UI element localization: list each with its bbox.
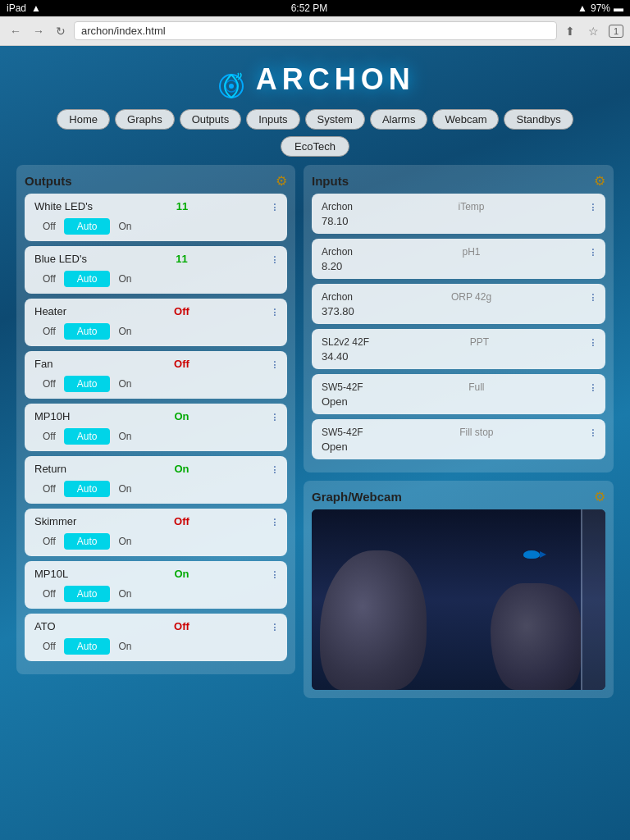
output-card-2: Heater Off ⫶ Off Auto On <box>25 299 287 346</box>
input-name-1: pH1 <box>463 246 481 258</box>
output-card-top-6: Skimmer Off ⫶ <box>34 515 277 528</box>
output-off-btn-8[interactable]: Off <box>34 638 64 655</box>
outputs-column: Outputs ⚙ White LED's 11 ⫶ Off Auto On B… <box>16 165 295 674</box>
nav-system[interactable]: System <box>305 109 365 130</box>
nav-alarms[interactable]: Alarms <box>370 109 427 130</box>
output-on-btn-6[interactable]: On <box>110 533 139 550</box>
input-filter-icon-1[interactable]: ⫶ <box>590 245 596 258</box>
nav-inputs[interactable]: Inputs <box>246 109 299 130</box>
url-bar[interactable] <box>74 21 557 40</box>
output-card-top-0: White LED's 11 ⫶ <box>34 200 277 213</box>
output-card-3: Fan Off ⫶ Off Auto On <box>25 351 287 399</box>
input-filter-icon-3[interactable]: ⫶ <box>590 336 596 349</box>
nav-standbys[interactable]: Standbys <box>504 109 573 130</box>
output-filter-icon-7[interactable]: ⫶ <box>272 568 277 581</box>
output-card-0: White LED's 11 ⫶ Off Auto On <box>25 194 287 241</box>
outputs-header: Outputs ⚙ <box>25 173 287 189</box>
nav-outputs[interactable]: Outputs <box>180 109 242 130</box>
svg-point-2 <box>229 84 234 89</box>
right-column: Inputs ⚙ Archon iTemp ⫶ 78.10 Archon pH1… <box>304 165 614 698</box>
output-auto-btn-3[interactable]: Auto <box>64 376 111 392</box>
output-auto-btn-1[interactable]: Auto <box>64 271 111 287</box>
output-filter-icon-2[interactable]: ⫶ <box>272 305 277 318</box>
input-source-0: Archon <box>322 201 353 212</box>
nav-ecotech[interactable]: EcoTech <box>281 136 349 157</box>
output-filter-icon-5[interactable]: ⫶ <box>272 463 277 476</box>
output-filter-icon-4[interactable]: ⫶ <box>272 410 277 423</box>
output-name-7: MP10L <box>34 568 92 580</box>
tab-count[interactable]: 1 <box>609 25 623 38</box>
output-controls-3: Off Auto On <box>34 376 277 392</box>
output-on-btn-1[interactable]: On <box>110 271 139 287</box>
output-off-btn-0[interactable]: Off <box>34 218 64 235</box>
input-name-5: Fill stop <box>459 427 493 438</box>
output-auto-btn-5[interactable]: Auto <box>64 481 111 497</box>
input-value-4: Open <box>322 395 596 408</box>
input-name-0: iTemp <box>459 201 485 212</box>
reload-button[interactable]: ↻ <box>52 23 69 39</box>
output-off-btn-4[interactable]: Off <box>34 428 64 445</box>
nav-bar: Home Graphs Outputs Inputs System Alarms… <box>16 109 614 130</box>
output-on-btn-5[interactable]: On <box>110 481 139 497</box>
output-off-btn-6[interactable]: Off <box>34 533 64 550</box>
input-filter-icon-2[interactable]: ⫶ <box>590 290 596 304</box>
output-on-btn-4[interactable]: On <box>110 428 139 445</box>
output-auto-btn-0[interactable]: Auto <box>64 218 111 235</box>
output-off-btn-7[interactable]: Off <box>34 586 64 602</box>
browser-bar: ← → ↻ ⬆ ☆ 1 <box>0 16 630 46</box>
output-on-btn-3[interactable]: On <box>110 376 139 392</box>
logo-icon <box>215 70 248 103</box>
nav-webcam[interactable]: Webcam <box>432 109 499 130</box>
output-off-btn-2[interactable]: Off <box>34 323 64 340</box>
output-auto-btn-6[interactable]: Auto <box>64 533 111 550</box>
graph-header: Graph/Webcam ⚙ <box>312 489 605 504</box>
input-name-2: ORP 42g <box>451 291 491 303</box>
back-button[interactable]: ← <box>7 23 25 39</box>
output-controls-4: Off Auto On <box>34 428 277 445</box>
bookmark-button[interactable]: ☆ <box>585 23 602 39</box>
nav-graphs[interactable]: Graphs <box>115 109 175 130</box>
output-filter-icon-3[interactable]: ⫶ <box>272 358 277 371</box>
outputs-gear-icon[interactable]: ⚙ <box>276 173 287 189</box>
output-off-btn-5[interactable]: Off <box>34 481 64 497</box>
outputs-list: White LED's 11 ⫶ Off Auto On Blue LED's … <box>25 194 287 661</box>
forward-button[interactable]: → <box>30 23 48 39</box>
input-card-5: SW5-42F Fill stop ⫶ Open <box>312 419 605 459</box>
main-content: ARCHON Home Graphs Outputs Inputs System… <box>0 46 630 714</box>
output-status-0: 11 <box>176 200 188 212</box>
output-auto-btn-8[interactable]: Auto <box>64 638 111 655</box>
output-off-btn-3[interactable]: Off <box>34 376 64 392</box>
share-button[interactable]: ⬆ <box>562 23 578 39</box>
input-card-top-1: Archon pH1 ⫶ <box>322 245 596 258</box>
output-status-6: Off <box>174 515 189 527</box>
output-auto-btn-4[interactable]: Auto <box>64 428 111 445</box>
output-filter-icon-0[interactable]: ⫶ <box>272 200 277 213</box>
time-display: 6:52 PM <box>291 2 328 14</box>
output-filter-icon-8[interactable]: ⫶ <box>272 620 277 633</box>
output-name-5: Return <box>34 463 92 475</box>
output-on-btn-0[interactable]: On <box>110 218 139 235</box>
input-source-5: SW5-42F <box>322 427 363 438</box>
output-auto-btn-2[interactable]: Auto <box>64 323 111 340</box>
output-auto-btn-7[interactable]: Auto <box>64 586 111 602</box>
input-filter-icon-4[interactable]: ⫶ <box>590 381 596 394</box>
output-filter-icon-1[interactable]: ⫶ <box>272 253 277 266</box>
output-on-btn-7[interactable]: On <box>110 586 139 602</box>
output-off-btn-1[interactable]: Off <box>34 271 64 287</box>
input-filter-icon-5[interactable]: ⫶ <box>590 426 596 439</box>
input-name-3: PPT <box>470 336 489 348</box>
output-controls-2: Off Auto On <box>34 323 277 340</box>
aquarium-glass <box>581 509 605 690</box>
output-card-top-8: ATO Off ⫶ <box>34 620 277 633</box>
graph-gear-icon[interactable]: ⚙ <box>594 489 605 504</box>
output-on-btn-8[interactable]: On <box>110 638 139 655</box>
inputs-gear-icon[interactable]: ⚙ <box>594 173 605 189</box>
nav-home[interactable]: Home <box>57 109 110 130</box>
output-controls-7: Off Auto On <box>34 586 277 602</box>
inputs-section: Inputs ⚙ Archon iTemp ⫶ 78.10 Archon pH1… <box>304 165 614 472</box>
output-on-btn-2[interactable]: On <box>110 323 139 340</box>
output-filter-icon-6[interactable]: ⫶ <box>272 515 277 528</box>
output-controls-8: Off Auto On <box>34 638 277 655</box>
input-filter-icon-0[interactable]: ⫶ <box>590 200 596 213</box>
output-card-top-3: Fan Off ⫶ <box>34 358 277 371</box>
